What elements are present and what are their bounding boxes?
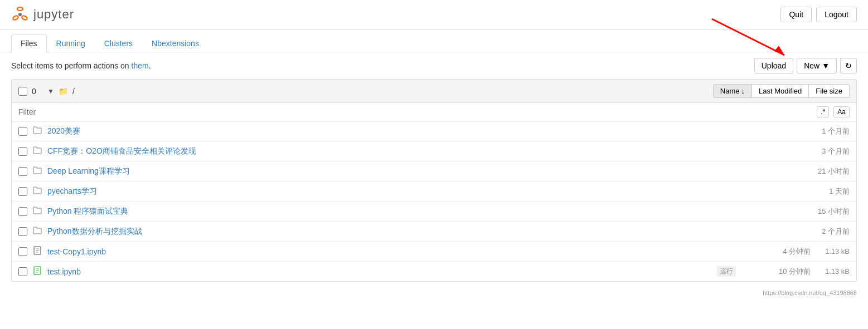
tab-running[interactable]: Running xyxy=(47,34,95,52)
filter-input[interactable] xyxy=(18,107,812,116)
table-row: Python 程序猿面试宝典15 小时前 xyxy=(12,202,856,222)
refresh-button[interactable]: ↻ xyxy=(840,58,857,73)
sort-last-modified-button[interactable]: Last Modified xyxy=(752,84,809,98)
action-bar: Select items to perform actions on them.… xyxy=(11,58,857,73)
action-buttons: Upload New ▼ ↻ xyxy=(754,58,857,73)
tab-nbextensions[interactable]: Nbextensions xyxy=(142,34,208,52)
running-badge: 运行 xyxy=(717,266,736,277)
file-modified: 3 个月前 xyxy=(783,146,850,156)
header: jupyter Quit Logout xyxy=(0,0,868,30)
tab-clusters[interactable]: Clusters xyxy=(95,34,142,52)
file-modified: 1 天前 xyxy=(783,186,850,197)
filter-regex-button[interactable]: .* xyxy=(817,106,829,117)
current-folder-icon: 📁 xyxy=(59,87,68,96)
folder-icon xyxy=(33,166,42,176)
folder-icon xyxy=(33,206,42,217)
table-row: test-Copy1.ipynb4 分钟前1.13 kB xyxy=(12,242,856,262)
row-checkbox[interactable] xyxy=(18,147,27,156)
filter-row: .* Aa xyxy=(12,103,856,121)
header-buttons: Quit Logout xyxy=(780,7,857,22)
folder-icon xyxy=(33,146,42,156)
logo: jupyter xyxy=(11,6,74,23)
folder-icon xyxy=(33,226,42,237)
select-count: 0 xyxy=(32,87,43,96)
notebook-icon xyxy=(33,266,42,277)
new-button[interactable]: New ▼ xyxy=(797,58,837,73)
row-checkbox[interactable] xyxy=(18,187,27,196)
tab-files[interactable]: Files xyxy=(11,34,47,52)
notebook-icon xyxy=(33,246,42,257)
table-row: CFF竞赛：O2O商铺食品安全相关评论发现3 个月前 xyxy=(12,141,856,161)
content: Select items to perform actions on them.… xyxy=(0,52,868,287)
svg-point-2 xyxy=(21,15,28,21)
sort-name-button[interactable]: Name ↓ xyxy=(713,84,752,98)
file-name[interactable]: test-Copy1.ipynb xyxy=(47,247,738,256)
file-name[interactable]: Python数据分析与挖掘实战 xyxy=(47,227,777,237)
file-name[interactable]: pyecharts学习 xyxy=(47,186,777,197)
table-row: pyecharts学习1 天前 xyxy=(12,181,856,202)
file-name[interactable]: CFF竞赛：O2O商铺食品安全相关评论发现 xyxy=(47,146,777,156)
upload-button[interactable]: Upload xyxy=(754,58,793,73)
file-name[interactable]: Deep Learning课程学习 xyxy=(47,166,777,176)
new-button-label: New xyxy=(804,61,819,70)
file-name[interactable]: Python 程序猿面试宝典 xyxy=(47,207,777,217)
svg-point-1 xyxy=(12,15,19,21)
svg-point-3 xyxy=(18,13,22,16)
table-row: Deep Learning课程学习21 小时前 xyxy=(12,161,856,181)
action-them: them xyxy=(132,61,149,70)
row-checkbox[interactable] xyxy=(18,267,27,276)
current-path: / xyxy=(72,87,75,96)
table-row: 2020美赛1 个月前 xyxy=(12,121,856,141)
file-modified: 21 小时前 xyxy=(783,166,850,176)
file-modified: 10 分钟前 xyxy=(744,267,811,277)
svg-point-0 xyxy=(17,7,23,11)
filter-case-button[interactable]: Aa xyxy=(833,106,850,117)
file-size: 1.13 kB xyxy=(816,247,850,256)
row-checkbox[interactable] xyxy=(18,207,27,216)
quit-button[interactable]: Quit xyxy=(780,7,812,22)
jupyter-logo-icon xyxy=(11,6,29,23)
new-dropdown-icon: ▼ xyxy=(822,61,830,70)
file-rows: 2020美赛1 个月前 CFF竞赛：O2O商铺食品安全相关评论发现3 个月前 D… xyxy=(12,121,856,281)
select-all-checkbox[interactable] xyxy=(18,87,27,96)
row-checkbox[interactable] xyxy=(18,127,27,136)
sort-buttons: Name ↓ Last Modified File size xyxy=(713,84,850,98)
footer-url: https://blog.csdn.net/qq_43198868 xyxy=(763,289,857,296)
file-modified: 1 个月前 xyxy=(783,126,850,136)
file-modified: 15 小时前 xyxy=(783,207,850,217)
file-name[interactable]: 2020美赛 xyxy=(47,126,777,136)
select-dropdown-icon[interactable]: ▼ xyxy=(47,87,54,95)
logo-text: jupyter xyxy=(33,7,74,22)
file-size: 1.13 kB xyxy=(816,267,850,276)
logout-button[interactable]: Logout xyxy=(816,7,857,22)
footer: https://blog.csdn.net/qq_43198868 xyxy=(0,287,868,298)
folder-icon xyxy=(33,186,42,197)
row-checkbox[interactable] xyxy=(18,167,27,176)
folder-icon xyxy=(33,126,42,136)
file-table: 0 ▼ 📁 / Name ↓ Last Modified File size .… xyxy=(11,79,857,282)
table-row: test.ipynb运行10 分钟前1.13 kB xyxy=(12,262,856,281)
row-checkbox[interactable] xyxy=(18,227,27,236)
action-text: Select items to perform actions on them. xyxy=(11,61,151,70)
table-row: Python数据分析与挖掘实战2 个月前 xyxy=(12,222,856,242)
tabs: Files Running Clusters Nbextensions xyxy=(0,34,868,52)
row-checkbox[interactable] xyxy=(18,247,27,256)
sort-file-size-button[interactable]: File size xyxy=(809,84,850,98)
table-header: 0 ▼ 📁 / Name ↓ Last Modified File size xyxy=(12,80,856,103)
file-modified: 2 个月前 xyxy=(783,227,850,237)
sort-name-icon: ↓ xyxy=(741,87,745,95)
sort-name-label: Name xyxy=(720,87,740,95)
file-modified: 4 分钟前 xyxy=(744,247,811,257)
file-name[interactable]: test.ipynb xyxy=(47,267,711,276)
